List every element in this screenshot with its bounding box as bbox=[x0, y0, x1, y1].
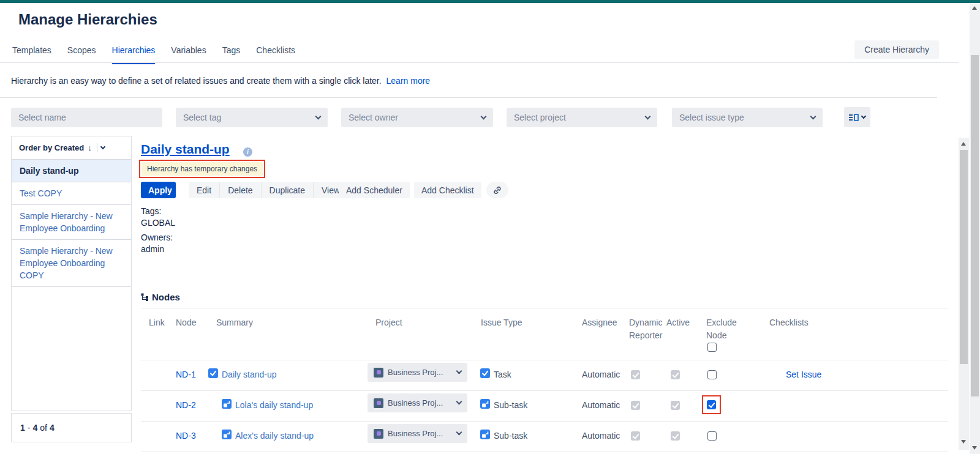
hierarchy-list-item[interactable]: Test COPY bbox=[12, 182, 131, 205]
node-summary-link[interactable]: Daily stand-up bbox=[222, 370, 277, 379]
subtask-icon bbox=[480, 430, 490, 439]
subtask-icon bbox=[480, 399, 490, 409]
issue-type-filter-select[interactable]: Select issue type bbox=[672, 108, 823, 127]
subtask-icon bbox=[222, 399, 232, 409]
tooltip-highlight-box: Hierarchy has temporary changes bbox=[139, 160, 265, 178]
active-checkbox bbox=[671, 370, 680, 379]
apply-button[interactable]: Apply bbox=[141, 182, 176, 198]
add-checklist-button[interactable]: Add Checklist bbox=[414, 182, 481, 198]
project-select[interactable]: Business Proj... bbox=[368, 424, 467, 443]
edit-button[interactable]: Edit bbox=[189, 182, 220, 198]
assignee-value: Automatic bbox=[582, 400, 620, 410]
project-value: Business Proj... bbox=[388, 368, 453, 377]
issue-type-value: Sub-task bbox=[494, 400, 527, 410]
info-icon[interactable]: i bbox=[243, 147, 252, 157]
scroll-down-arrow-icon[interactable] bbox=[961, 440, 966, 444]
node-summary-link[interactable]: Alex's daily stand-up bbox=[235, 431, 314, 441]
chevron-down-icon bbox=[100, 144, 105, 149]
project-select[interactable]: Business Proj... bbox=[368, 393, 467, 412]
tag-filter-select[interactable]: Select tag bbox=[176, 108, 328, 127]
divider bbox=[97, 143, 97, 152]
panel-scrollbar[interactable] bbox=[959, 138, 969, 450]
add-scheduler-button[interactable]: Add Scheduler bbox=[339, 182, 410, 198]
tag-filter-value: Select tag bbox=[183, 113, 316, 122]
order-by-label: Order by Created bbox=[19, 143, 84, 152]
project-avatar bbox=[374, 398, 383, 408]
order-by-dropdown[interactable]: Order by Created ↓ bbox=[12, 136, 131, 160]
description-text: Hierarchy is an easy way to define a set… bbox=[11, 76, 382, 86]
hierarchy-list-item[interactable]: Sample Hierarchy - New Employee Onboardi… bbox=[12, 240, 131, 287]
scroll-up-arrow-icon[interactable] bbox=[961, 142, 966, 146]
project-select[interactable]: Business Proj... bbox=[368, 363, 467, 382]
exclude-node-checkbox[interactable] bbox=[707, 400, 716, 409]
exclude-all-checkbox[interactable] bbox=[707, 343, 717, 352]
node-id-link[interactable]: ND-1 bbox=[176, 370, 196, 379]
name-filter-input[interactable] bbox=[11, 108, 162, 127]
task-icon bbox=[208, 368, 218, 378]
assignee-value: Automatic bbox=[582, 431, 620, 441]
page-description: Hierarchy is an easy way to define a set… bbox=[11, 76, 430, 86]
description-divider bbox=[0, 97, 937, 98]
column-header-link: Link bbox=[149, 316, 165, 329]
owners-value: admin bbox=[141, 244, 164, 254]
node-summary-link[interactable]: Lola's daily stand-up bbox=[235, 400, 313, 410]
page-title: Manage Hierarchies bbox=[18, 11, 157, 28]
table-row: ND-3 Alex's daily stand-up Business Proj… bbox=[141, 421, 948, 452]
link-chain-icon bbox=[492, 185, 502, 195]
exclude-checkbox-highlight-box bbox=[702, 395, 721, 414]
duplicate-button[interactable]: Duplicate bbox=[262, 182, 314, 198]
tabs-divider bbox=[0, 62, 959, 63]
view-options-button[interactable] bbox=[844, 107, 870, 127]
owner-filter-select[interactable]: Select owner bbox=[341, 108, 493, 127]
column-header-checklists: Checklists bbox=[769, 316, 809, 329]
detail-view-icon bbox=[849, 114, 859, 121]
subtask-icon bbox=[222, 430, 232, 439]
chevron-down-icon bbox=[456, 430, 462, 436]
node-id-link[interactable]: ND-2 bbox=[176, 400, 196, 410]
chevron-down-icon bbox=[456, 399, 462, 405]
pagination-total: 4 bbox=[50, 423, 55, 433]
dynamic-reporter-checkbox bbox=[631, 370, 640, 379]
delete-button[interactable]: Delete bbox=[220, 182, 261, 198]
page-scrollbar[interactable] bbox=[970, 3, 980, 454]
scroll-up-arrow-icon[interactable] bbox=[972, 6, 977, 10]
create-hierarchy-button[interactable]: Create Hierarchy bbox=[854, 40, 939, 59]
pagination-end: 4 bbox=[32, 423, 37, 433]
set-issue-link[interactable]: Set Issue bbox=[786, 370, 821, 379]
project-value: Business Proj... bbox=[388, 398, 453, 407]
project-filter-value: Select project bbox=[514, 113, 646, 122]
active-checkbox bbox=[671, 431, 680, 441]
project-avatar bbox=[374, 368, 383, 378]
column-header-active: Active bbox=[666, 316, 690, 329]
chevron-down-icon bbox=[861, 113, 866, 118]
project-avatar bbox=[374, 429, 383, 439]
hierarchy-list: Order by Created ↓ Daily stand-up Test C… bbox=[11, 136, 132, 411]
learn-more-link[interactable]: Learn more bbox=[386, 76, 431, 86]
scroll-down-arrow-icon[interactable] bbox=[972, 446, 977, 450]
table-bottom-divider bbox=[141, 452, 948, 452]
manage-hierarchies-page: Manage Hierarchies Create Hierarchy Temp… bbox=[0, 0, 980, 454]
node-id-link[interactable]: ND-3 bbox=[176, 431, 196, 441]
exclude-node-checkbox[interactable] bbox=[707, 370, 717, 379]
issue-type-value: Task bbox=[494, 370, 511, 379]
scrollbar-thumb[interactable] bbox=[960, 150, 968, 364]
hierarchy-list-item[interactable]: Sample Hierarchy - New Employee Onboardi… bbox=[12, 205, 131, 240]
hierarchy-title[interactable]: Daily stand-up bbox=[141, 142, 230, 157]
project-filter-select[interactable]: Select project bbox=[507, 108, 657, 127]
column-header-project: Project bbox=[375, 316, 402, 329]
column-header-issue-type: Issue Type bbox=[481, 316, 522, 329]
scrollbar-thumb[interactable] bbox=[971, 55, 979, 396]
chevron-down-icon bbox=[315, 113, 322, 119]
nodes-section-header: Nodes bbox=[141, 292, 180, 302]
hierarchy-list-item[interactable]: Daily stand-up bbox=[12, 160, 131, 182]
issue-type-value: Sub-task bbox=[494, 431, 527, 441]
exclude-node-checkbox[interactable] bbox=[707, 431, 717, 441]
chevron-down-icon bbox=[645, 113, 651, 119]
column-header-node: Node bbox=[176, 316, 196, 329]
hierarchy-tree-icon bbox=[141, 293, 149, 301]
pagination-of: of bbox=[40, 423, 47, 433]
action-button-group: Edit Delete Duplicate View bbox=[189, 182, 348, 198]
copy-link-button[interactable] bbox=[486, 182, 508, 198]
table-row: ND-1 Daily stand-up Business Proj... Tas… bbox=[141, 360, 948, 390]
pagination: 1 - 4 of 4 bbox=[11, 413, 132, 442]
